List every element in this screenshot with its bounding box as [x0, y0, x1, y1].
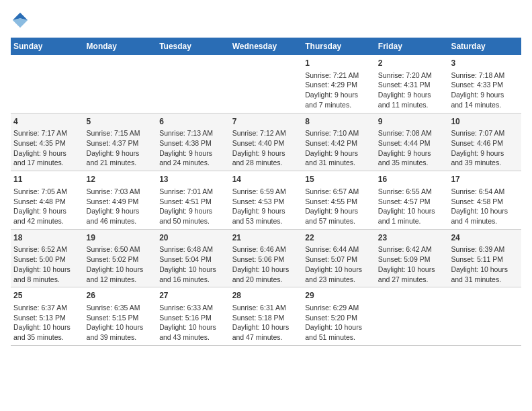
- calendar-cell: 8Sunrise: 7:10 AMSunset: 4:42 PMDaylight…: [302, 113, 375, 171]
- day-info: Sunrise: 7:10 AMSunset: 4:42 PMDaylight:…: [305, 128, 373, 168]
- day-info: Sunrise: 7:17 AMSunset: 4:35 PMDaylight:…: [13, 128, 81, 168]
- day-number: 3: [451, 58, 519, 69]
- day-number: 11: [13, 174, 81, 185]
- day-number: 29: [305, 290, 373, 302]
- day-info: Sunrise: 6:42 AMSunset: 5:09 PMDaylight:…: [378, 244, 446, 284]
- calendar-cell: 7Sunrise: 7:12 AMSunset: 4:40 PMDaylight…: [230, 113, 303, 171]
- day-info: Sunrise: 6:44 AMSunset: 5:07 PMDaylight:…: [305, 244, 373, 284]
- week-row-3: 11Sunrise: 7:05 AMSunset: 4:48 PMDayligh…: [11, 171, 521, 230]
- week-row-5: 25Sunrise: 6:37 AMSunset: 5:13 PMDayligh…: [11, 287, 521, 346]
- week-row-2: 4Sunrise: 7:17 AMSunset: 4:35 PMDaylight…: [11, 113, 521, 171]
- day-header-tuesday: Tuesday: [157, 38, 230, 55]
- day-info: Sunrise: 7:15 AMSunset: 4:37 PMDaylight:…: [87, 128, 154, 168]
- calendar-cell: 3Sunrise: 7:18 AMSunset: 4:33 PMDaylight…: [448, 55, 521, 113]
- day-number: 8: [305, 116, 373, 128]
- calendar-cell: [230, 55, 303, 113]
- day-number: 26: [87, 290, 154, 302]
- day-number: 19: [87, 232, 154, 244]
- header: [11, 11, 521, 30]
- calendar-cell: 17Sunrise: 6:54 AMSunset: 4:58 PMDayligh…: [448, 171, 521, 230]
- day-info: Sunrise: 7:21 AMSunset: 4:29 PMDaylight:…: [305, 71, 373, 110]
- day-number: 17: [451, 174, 519, 185]
- day-number: 12: [87, 174, 154, 185]
- calendar-cell: 14Sunrise: 6:59 AMSunset: 4:53 PMDayligh…: [230, 171, 303, 230]
- day-number: 14: [232, 174, 300, 185]
- calendar-cell: 29Sunrise: 6:29 AMSunset: 5:20 PMDayligh…: [302, 287, 375, 346]
- day-number: 4: [13, 116, 81, 128]
- day-header-sunday: Sunday: [11, 38, 84, 55]
- day-info: Sunrise: 6:39 AMSunset: 5:11 PMDaylight:…: [451, 244, 519, 284]
- day-number: 10: [451, 116, 519, 128]
- week-row-4: 18Sunrise: 6:52 AMSunset: 5:00 PMDayligh…: [11, 229, 521, 287]
- calendar-cell: 19Sunrise: 6:50 AMSunset: 5:02 PMDayligh…: [84, 229, 157, 287]
- day-header-friday: Friday: [375, 38, 449, 55]
- day-info: Sunrise: 7:07 AMSunset: 4:46 PMDaylight:…: [451, 128, 519, 168]
- day-info: Sunrise: 7:01 AMSunset: 4:51 PMDaylight:…: [159, 187, 227, 226]
- day-info: Sunrise: 7:03 AMSunset: 4:49 PMDaylight:…: [87, 187, 154, 226]
- day-info: Sunrise: 6:55 AMSunset: 4:57 PMDaylight:…: [378, 187, 446, 226]
- calendar-cell: [84, 55, 157, 113]
- day-info: Sunrise: 7:20 AMSunset: 4:31 PMDaylight:…: [378, 71, 446, 110]
- calendar-cell: 12Sunrise: 7:03 AMSunset: 4:49 PMDayligh…: [84, 171, 157, 230]
- calendar-cell: 25Sunrise: 6:37 AMSunset: 5:13 PMDayligh…: [11, 287, 84, 346]
- day-info: Sunrise: 6:33 AMSunset: 5:16 PMDaylight:…: [159, 303, 227, 342]
- day-info: Sunrise: 6:52 AMSunset: 5:00 PMDaylight:…: [13, 244, 81, 284]
- calendar-cell: 27Sunrise: 6:33 AMSunset: 5:16 PMDayligh…: [157, 287, 230, 346]
- day-number: 22: [305, 232, 373, 244]
- day-number: 7: [232, 116, 300, 128]
- calendar-cell: 24Sunrise: 6:39 AMSunset: 5:11 PMDayligh…: [448, 229, 521, 287]
- day-info: Sunrise: 6:50 AMSunset: 5:02 PMDaylight:…: [87, 244, 154, 284]
- calendar-table: SundayMondayTuesdayWednesdayThursdayFrid…: [11, 38, 521, 346]
- day-number: 25: [13, 290, 81, 302]
- day-number: 16: [378, 174, 446, 185]
- calendar-cell: 15Sunrise: 6:57 AMSunset: 4:55 PMDayligh…: [302, 171, 375, 230]
- day-info: Sunrise: 6:59 AMSunset: 4:53 PMDaylight:…: [232, 187, 300, 226]
- day-number: 15: [305, 174, 373, 185]
- day-info: Sunrise: 6:31 AMSunset: 5:18 PMDaylight:…: [232, 303, 300, 342]
- day-number: 6: [159, 116, 227, 128]
- day-number: 1: [305, 58, 373, 69]
- day-number: 23: [378, 232, 446, 244]
- day-number: 21: [232, 232, 300, 244]
- calendar-cell: 2Sunrise: 7:20 AMSunset: 4:31 PMDaylight…: [375, 55, 449, 113]
- calendar-cell: 21Sunrise: 6:46 AMSunset: 5:06 PMDayligh…: [230, 229, 303, 287]
- day-header-monday: Monday: [84, 38, 157, 55]
- calendar-cell: 1Sunrise: 7:21 AMSunset: 4:29 PMDaylight…: [302, 55, 375, 113]
- calendar-cell: 18Sunrise: 6:52 AMSunset: 5:00 PMDayligh…: [11, 229, 84, 287]
- calendar-cell: 9Sunrise: 7:08 AMSunset: 4:44 PMDaylight…: [375, 113, 449, 171]
- svg-marker-1: [13, 18, 28, 28]
- logo-icon: [11, 11, 30, 30]
- day-number: 27: [159, 290, 227, 302]
- day-info: Sunrise: 7:08 AMSunset: 4:44 PMDaylight:…: [378, 128, 446, 168]
- calendar-cell: [157, 55, 230, 113]
- day-info: Sunrise: 6:48 AMSunset: 5:04 PMDaylight:…: [159, 244, 227, 284]
- calendar-cell: 20Sunrise: 6:48 AMSunset: 5:04 PMDayligh…: [157, 229, 230, 287]
- calendar-cell: [11, 55, 84, 113]
- day-number: 2: [378, 58, 446, 69]
- calendar-cell: 6Sunrise: 7:13 AMSunset: 4:38 PMDaylight…: [157, 113, 230, 171]
- calendar-cell: 23Sunrise: 6:42 AMSunset: 5:09 PMDayligh…: [375, 229, 449, 287]
- day-info: Sunrise: 6:46 AMSunset: 5:06 PMDaylight:…: [232, 244, 300, 284]
- calendar-cell: 4Sunrise: 7:17 AMSunset: 4:35 PMDaylight…: [11, 113, 84, 171]
- day-number: 18: [13, 232, 81, 244]
- day-header-thursday: Thursday: [302, 38, 375, 55]
- calendar-cell: 28Sunrise: 6:31 AMSunset: 5:18 PMDayligh…: [230, 287, 303, 346]
- calendar-cell: 22Sunrise: 6:44 AMSunset: 5:07 PMDayligh…: [302, 229, 375, 287]
- day-info: Sunrise: 6:37 AMSunset: 5:13 PMDaylight:…: [13, 303, 81, 342]
- day-info: Sunrise: 6:35 AMSunset: 5:15 PMDaylight:…: [87, 303, 154, 342]
- calendar-cell: [448, 287, 521, 346]
- day-info: Sunrise: 7:18 AMSunset: 4:33 PMDaylight:…: [451, 71, 519, 110]
- day-number: 24: [451, 232, 519, 244]
- week-row-1: 1Sunrise: 7:21 AMSunset: 4:29 PMDaylight…: [11, 55, 521, 113]
- logo: [11, 11, 32, 30]
- day-info: Sunrise: 6:57 AMSunset: 4:55 PMDaylight:…: [305, 187, 373, 226]
- day-info: Sunrise: 6:54 AMSunset: 4:58 PMDaylight:…: [451, 187, 519, 226]
- calendar-cell: 26Sunrise: 6:35 AMSunset: 5:15 PMDayligh…: [84, 287, 157, 346]
- day-header-saturday: Saturday: [448, 38, 521, 55]
- calendar-cell: 11Sunrise: 7:05 AMSunset: 4:48 PMDayligh…: [11, 171, 84, 230]
- day-info: Sunrise: 7:05 AMSunset: 4:48 PMDaylight:…: [13, 187, 81, 226]
- calendar-cell: 5Sunrise: 7:15 AMSunset: 4:37 PMDaylight…: [84, 113, 157, 171]
- day-number: 28: [232, 290, 300, 302]
- day-header-wednesday: Wednesday: [230, 38, 303, 55]
- calendar-cell: 10Sunrise: 7:07 AMSunset: 4:46 PMDayligh…: [448, 113, 521, 171]
